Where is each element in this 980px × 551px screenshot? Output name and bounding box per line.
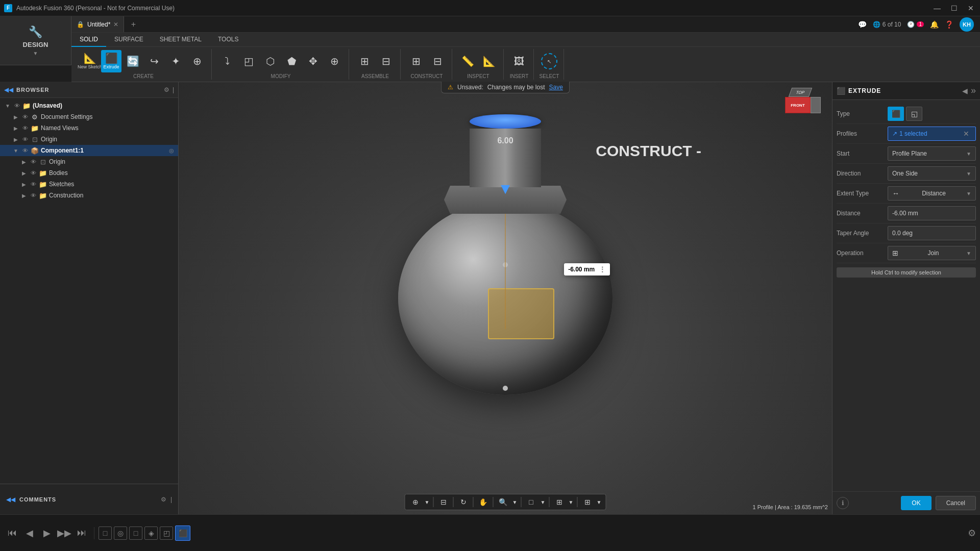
tab-surface[interactable]: SURFACE [106, 33, 152, 47]
vp-grid-toggle[interactable]: ⊞ [552, 496, 567, 508]
press-pull-button[interactable]: ⤵ [217, 50, 237, 72]
cancel-button[interactable]: Cancel [936, 496, 976, 510]
taper-input[interactable] [888, 226, 976, 240]
design-button[interactable]: 🔧 DESIGN ▼ [0, 16, 71, 65]
viewport[interactable]: ⚠ Unsaved: Changes may be lost Save [179, 82, 832, 514]
profiles-select-button[interactable]: ↗ 1 selected ✕ [888, 127, 976, 141]
cube-front-face[interactable]: FRONT [785, 97, 811, 113]
vp-display-dropdown[interactable]: ▼ [540, 496, 547, 508]
construct-btn1[interactable]: ⊞ [406, 50, 426, 72]
vis-icon-origin-root[interactable]: 👁 [21, 136, 29, 143]
distance-input[interactable] [888, 206, 976, 220]
vis-icon-origin-comp[interactable]: 👁 [30, 158, 37, 165]
tree-item-component[interactable]: ▼ 👁 📦 Component1:1 ◎ [0, 145, 178, 156]
close-button[interactable]: ✕ [966, 4, 976, 12]
direction-dropdown[interactable]: One Side ▼ [888, 166, 976, 181]
feature-btn-1[interactable]: □ [99, 527, 112, 540]
tree-expand-origin-root[interactable]: ▶ [12, 136, 19, 143]
comments-settings-icon[interactable]: ⚙ [161, 496, 166, 503]
tree-item-doc-settings[interactable]: ▶ 👁 ⚙ Document Settings [0, 111, 178, 122]
timeline-next-button[interactable]: ▶▶ [56, 525, 72, 541]
tree-item-origin-comp[interactable]: ▶ 👁 ⊡ Origin [0, 156, 178, 167]
vis-icon-bodies[interactable]: 👁 [30, 169, 37, 177]
combine-button[interactable]: ✦ [165, 50, 186, 72]
tab-close-button[interactable]: ✕ [113, 21, 118, 28]
save-button[interactable]: Save [549, 84, 563, 91]
feature-btn-4[interactable]: ◈ [144, 527, 158, 540]
insert-btn1[interactable]: 🖼 [509, 50, 529, 72]
inspect-btn1[interactable]: 📏 [457, 50, 478, 72]
create-more-button[interactable]: ⊕ [187, 50, 207, 72]
tree-item-named-views[interactable]: ▶ 👁 📁 Named Views [0, 122, 178, 134]
tree-expand-doc-settings[interactable]: ▶ [12, 113, 19, 120]
extrude-pin-button[interactable]: » [971, 85, 976, 96]
vp-dropdown-button[interactable]: ▼ [424, 496, 431, 508]
vp-render-dropdown[interactable]: ▼ [596, 496, 603, 508]
vp-zoom-button[interactable]: 🔍 [496, 496, 510, 508]
start-dropdown[interactable]: Profile Plane ▼ [888, 146, 976, 161]
construct-btn2[interactable]: ⊟ [427, 50, 448, 72]
vp-grid-dropdown[interactable]: ▼ [568, 496, 575, 508]
comments-icon[interactable]: 💬 [858, 20, 867, 29]
type-btn-surface[interactable]: ◱ [906, 107, 922, 121]
inspect-btn2[interactable]: 📐 [479, 50, 499, 72]
tab-tools[interactable]: TOOLS [210, 33, 247, 47]
tree-expand-origin-comp[interactable]: ▶ [20, 158, 28, 165]
user-avatar[interactable]: KH [960, 17, 974, 32]
extrude-button[interactable]: ⬛ Extrude [101, 50, 121, 72]
bell-icon[interactable]: 🔔 [930, 20, 939, 29]
browser-pin-icon[interactable]: | [173, 86, 174, 93]
vis-icon-named-views[interactable]: 👁 [21, 124, 29, 132]
timeline-end-button[interactable]: ⏭ [74, 525, 90, 541]
orientation-cube[interactable]: TOP FRONT [785, 88, 826, 129]
modify-more-button[interactable]: ⊕ [324, 50, 345, 72]
vp-render-button[interactable]: ⊞ [580, 496, 595, 508]
fillet-button[interactable]: ◰ [238, 50, 259, 72]
move-button[interactable]: ✥ [303, 50, 323, 72]
timeline-play-button[interactable]: ▶ [39, 525, 55, 541]
new-tab-button[interactable]: + [126, 17, 140, 32]
history-counter[interactable]: 🕐 1 [907, 21, 924, 28]
help-icon[interactable]: ❓ [945, 20, 953, 29]
tab-sheet-metal[interactable]: SHEET METAL [152, 33, 210, 47]
vp-orbit-button[interactable]: ↻ [456, 496, 471, 508]
active-tab[interactable]: 🔒 Untitled* ✕ [71, 16, 124, 32]
feature-btn-5[interactable]: ◰ [160, 527, 173, 540]
comments-collapse-icon[interactable]: ◀◀ [6, 496, 15, 503]
vp-display-button[interactable]: □ [524, 496, 538, 508]
tooltip-menu-button[interactable]: ⋮ [599, 265, 606, 273]
select-btn1[interactable]: ↖ [539, 50, 559, 72]
tree-item-sketches[interactable]: ▶ 👁 📁 Sketches [0, 179, 178, 190]
tab-solid[interactable]: SOLID [71, 33, 106, 47]
extent-type-dropdown[interactable]: ↔ Distance ▼ [888, 186, 976, 201]
shell-button[interactable]: ⬟ [281, 50, 302, 72]
new-sketch-button[interactable]: 📐 New Sketch [80, 50, 100, 72]
extrude-expand-button[interactable]: ◀ [962, 87, 968, 95]
info-button[interactable]: ℹ [837, 497, 849, 509]
tree-expand-sketches[interactable]: ▶ [20, 181, 28, 188]
ok-button[interactable]: OK [901, 496, 931, 510]
tree-item-construction[interactable]: ▶ 👁 📁 Construction [0, 190, 178, 201]
browser-collapse-icon[interactable]: ◀◀ [4, 86, 13, 93]
tree-expand-named-views[interactable]: ▶ [12, 124, 19, 132]
vp-pan-button[interactable]: ✋ [476, 496, 491, 508]
type-btn-solid[interactable]: ⬛ [888, 107, 904, 121]
minimize-button[interactable]: — [932, 4, 943, 12]
tree-item-origin-root[interactable]: ▶ 👁 ⊡ Origin [0, 134, 178, 145]
vp-zoom-dropdown[interactable]: ▼ [511, 496, 519, 508]
operation-dropdown[interactable]: ⊞ Join ▼ [888, 246, 976, 260]
vis-icon-root[interactable]: 👁 [13, 102, 20, 109]
profiles-clear-button[interactable]: ✕ [961, 129, 971, 139]
vis-icon-doc-settings[interactable]: 👁 [21, 113, 29, 120]
vp-snap-button[interactable]: ⊕ [408, 496, 423, 508]
browser-settings-icon[interactable]: ⚙ [164, 86, 169, 93]
maximize-button[interactable]: ☐ [949, 4, 960, 12]
revolve-button[interactable]: 🔄 [122, 50, 143, 72]
comments-pin-icon[interactable]: | [170, 496, 172, 503]
feature-btn-2[interactable]: ◎ [114, 527, 127, 540]
chamfer-button[interactable]: ⬡ [260, 50, 280, 72]
feature-btn-3[interactable]: □ [129, 527, 142, 540]
tree-item-root[interactable]: ▼ 👁 📁 (Unsaved) [0, 100, 178, 111]
vis-icon-construction[interactable]: 👁 [30, 192, 37, 199]
timeline-start-button[interactable]: ⏮ [4, 525, 20, 541]
